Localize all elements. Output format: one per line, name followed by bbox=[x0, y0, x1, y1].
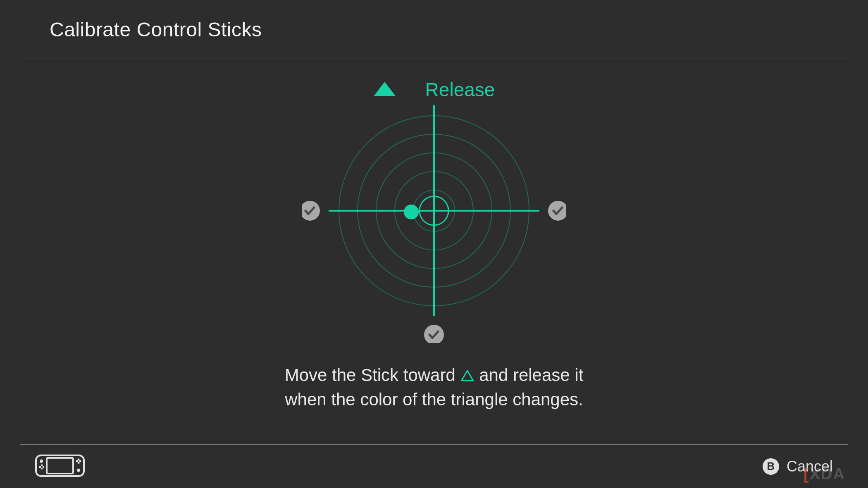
svg-point-11 bbox=[424, 325, 444, 343]
svg-rect-16 bbox=[39, 466, 41, 468]
header-bar: Calibrate Control Sticks bbox=[0, 0, 868, 59]
svg-point-23 bbox=[78, 458, 80, 460]
svg-point-15 bbox=[40, 459, 43, 463]
svg-rect-19 bbox=[41, 468, 43, 469]
svg-marker-12 bbox=[462, 371, 473, 381]
cancel-button[interactable]: B Cancel bbox=[763, 458, 833, 475]
stick-position-dot bbox=[404, 205, 419, 219]
crosshair-icon bbox=[329, 105, 539, 316]
b-button-icon: B bbox=[763, 458, 779, 475]
footer-bar: B Cancel bbox=[0, 445, 868, 488]
calibration-target[interactable] bbox=[302, 79, 566, 345]
checkmark-right-icon bbox=[548, 201, 566, 221]
instruction-text: Move the Stick toward and release it whe… bbox=[285, 364, 584, 411]
instruction-line2: when the color of the triangle changes. bbox=[285, 388, 584, 412]
cancel-label: Cancel bbox=[787, 458, 833, 475]
svg-rect-17 bbox=[43, 466, 44, 468]
instruction-line1-post: and release it bbox=[479, 365, 583, 385]
svg-rect-14 bbox=[47, 458, 73, 474]
checkmark-left-icon bbox=[302, 201, 320, 221]
svg-rect-18 bbox=[41, 464, 43, 466]
svg-point-22 bbox=[79, 460, 81, 462]
controller-icon bbox=[35, 454, 85, 479]
svg-point-10 bbox=[548, 201, 566, 221]
calibration-area: Release bbox=[0, 59, 868, 445]
svg-point-20 bbox=[77, 469, 80, 472]
checkmark-down-icon bbox=[424, 325, 444, 343]
page-title: Calibrate Control Sticks bbox=[50, 18, 262, 41]
instruction-line1-pre: Move the Stick toward bbox=[285, 365, 460, 385]
svg-point-21 bbox=[76, 460, 78, 462]
triangle-outline-icon bbox=[460, 364, 475, 388]
svg-point-24 bbox=[78, 462, 80, 464]
